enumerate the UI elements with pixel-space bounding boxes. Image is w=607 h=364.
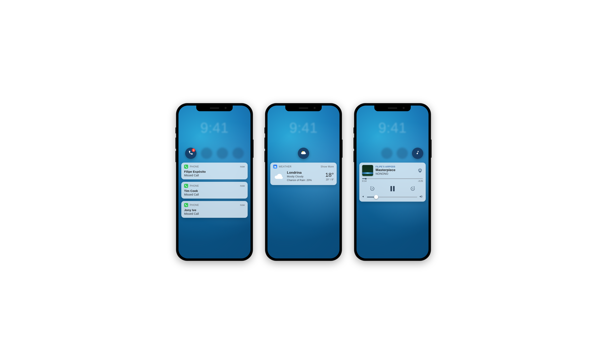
dim-bubble [217, 148, 228, 159]
device-phone-notifications: 9:41 3 PHONE now [176, 103, 253, 261]
album-art [362, 165, 373, 176]
volume-high-icon [419, 195, 423, 199]
missed-call-badge: 3 [192, 148, 195, 152]
music-note-icon [415, 150, 420, 156]
cloud-icon [273, 171, 284, 182]
notification-title: Filipe Espósito [184, 170, 245, 173]
svg-rect-5 [391, 186, 392, 191]
notification-subtitle: Missed Call [184, 174, 245, 177]
weather-icon [301, 150, 306, 156]
notification-card[interactable]: PHONE now Filipe Espósito Missed Call [181, 163, 248, 179]
svg-text:30: 30 [371, 188, 373, 190]
mute-switch [354, 127, 354, 133]
dim-bubble [381, 148, 393, 159]
notch [196, 105, 233, 111]
side-button [342, 140, 343, 158]
volume-up [354, 138, 354, 149]
phone-app-icon [184, 203, 188, 207]
svg-rect-6 [393, 186, 395, 191]
weather-hilo: 20° / 9° [325, 178, 334, 181]
mute-switch [264, 127, 265, 133]
notification-time: now [240, 204, 245, 207]
scrubber[interactable] [362, 178, 423, 179]
remaining-time: -3:25 [418, 180, 423, 182]
phone-app-icon [184, 184, 188, 188]
notification-subtitle: Missed Call [184, 212, 245, 215]
app-label: PHONE [190, 184, 199, 187]
weather-location: Londrina [287, 171, 323, 175]
notch [285, 105, 322, 111]
notification-subtitle: Missed Call [184, 193, 245, 196]
now-playing-card[interactable]: FILIPE'S AIRPODS Masterpiece NONONO [359, 163, 426, 202]
dim-bubble [233, 148, 244, 159]
volume-down [264, 151, 265, 162]
track-title: Masterpiece [376, 168, 415, 172]
elapsed-time: 0:14 [362, 180, 366, 182]
notification-time: now [240, 165, 245, 168]
volume-low-icon [362, 195, 365, 199]
side-button [431, 140, 432, 158]
phone-group-bubble[interactable]: 3 [185, 148, 197, 159]
show-more-link[interactable]: Show More [321, 165, 334, 168]
side-button [253, 140, 253, 158]
dim-bubble [201, 148, 212, 159]
group-bubbles [356, 148, 429, 159]
music-group-bubble[interactable] [412, 148, 423, 159]
weather-temp: 18° [325, 172, 334, 178]
svg-text:30: 30 [412, 188, 414, 190]
volume-slider[interactable] [367, 197, 417, 197]
svg-point-3 [419, 169, 421, 171]
weather-rain: Chance of Rain: 20% [287, 178, 323, 182]
app-label: PHONE [190, 204, 199, 207]
device-weather-widget: 9:41 WEATHER [265, 103, 342, 261]
mute-switch [175, 127, 176, 133]
weather-group-bubble[interactable] [298, 148, 309, 159]
airplay-button[interactable] [417, 168, 423, 173]
notification-card[interactable]: PHONE now Tim Cook Missed Call [181, 182, 248, 199]
volume-down [354, 151, 354, 162]
volume-down [175, 151, 176, 162]
app-label: WEATHER [279, 165, 291, 168]
group-bubbles [267, 148, 340, 159]
phone-app-icon [184, 165, 188, 169]
audio-route-label: FILIPE'S AIRPODS [376, 166, 415, 168]
notification-title: Jony Ive [184, 208, 245, 212]
skip-forward-30-button[interactable]: 30 [408, 184, 417, 193]
notification-title: Tim Cook [184, 189, 245, 193]
pause-button[interactable] [388, 184, 397, 193]
weather-widget-card[interactable]: WEATHER Show More Londrina Mostly Cloudy… [270, 163, 337, 185]
notch [374, 105, 411, 111]
weather-app-icon [273, 165, 277, 169]
dim-bubble [396, 148, 408, 159]
group-bubbles: 3 [178, 148, 251, 159]
artist-name: NONONO [376, 172, 415, 175]
notification-time: now [240, 184, 245, 187]
app-label: PHONE [190, 165, 199, 168]
volume-up [175, 138, 176, 149]
volume-up [264, 138, 265, 149]
device-music-player: 9:41 FILIPE'S AIRPODS Masterpiece NONONO [354, 103, 431, 261]
skip-back-30-button[interactable]: 30 [368, 184, 377, 193]
weather-condition: Mostly Cloudy [287, 175, 323, 178]
notification-card[interactable]: PHONE now Jony Ive Missed Call [181, 201, 248, 218]
